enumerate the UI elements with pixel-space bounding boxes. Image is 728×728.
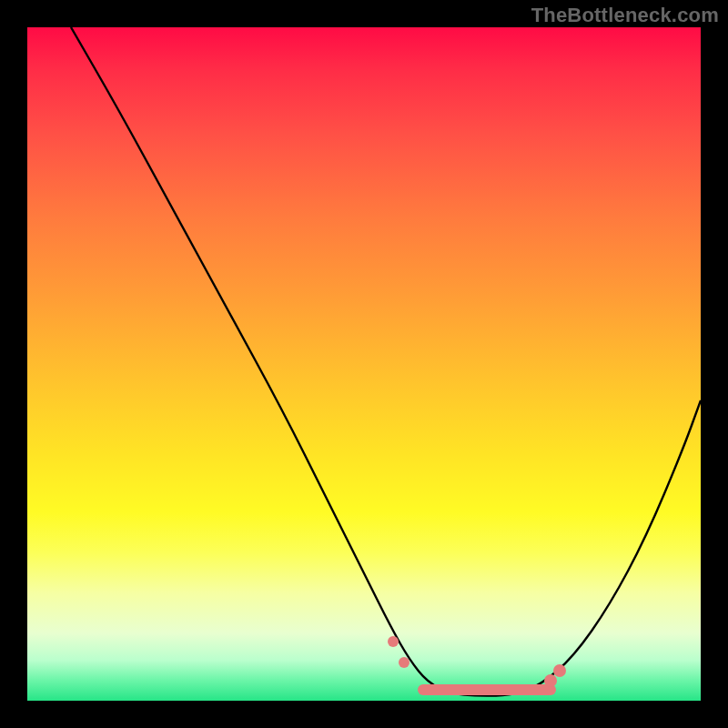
bottleneck-curve [71, 27, 701, 696]
highlight-dot [544, 674, 557, 687]
optimal-range-dots [388, 636, 566, 687]
highlight-dot [388, 636, 399, 647]
plot-area [27, 27, 701, 701]
highlight-dot [399, 657, 410, 668]
chart-frame: TheBottleneck.com [0, 0, 728, 728]
chart-svg [27, 27, 701, 701]
highlight-dot [553, 664, 566, 677]
watermark-text: TheBottleneck.com [531, 4, 719, 27]
